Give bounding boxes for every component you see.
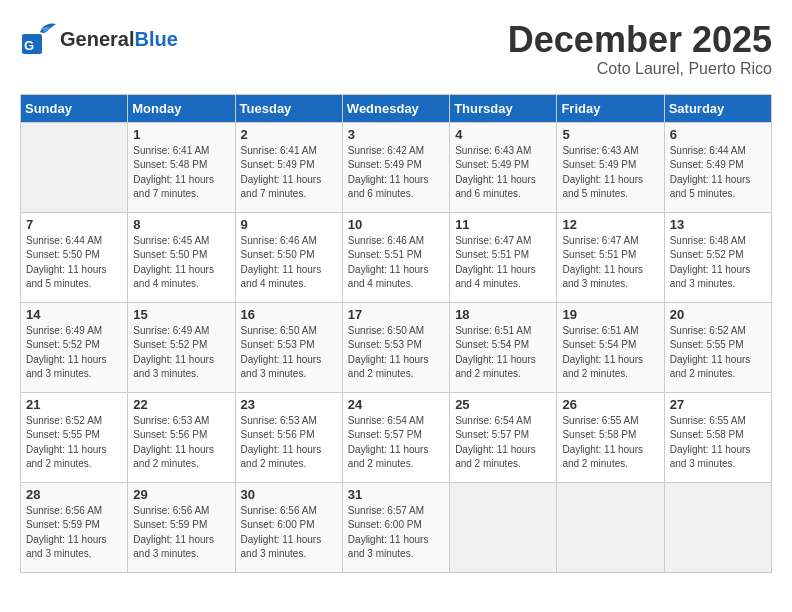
calendar-cell: 7Sunrise: 6:44 AM Sunset: 5:50 PM Daylig… — [21, 212, 128, 302]
calendar-cell: 11Sunrise: 6:47 AM Sunset: 5:51 PM Dayli… — [450, 212, 557, 302]
day-number: 9 — [241, 217, 337, 232]
calendar-week-1: 1Sunrise: 6:41 AM Sunset: 5:48 PM Daylig… — [21, 122, 772, 212]
day-header-sunday: Sunday — [21, 94, 128, 122]
calendar-cell: 8Sunrise: 6:45 AM Sunset: 5:50 PM Daylig… — [128, 212, 235, 302]
day-info: Sunrise: 6:54 AM Sunset: 5:57 PM Dayligh… — [455, 414, 551, 472]
day-number: 27 — [670, 397, 766, 412]
calendar-cell: 1Sunrise: 6:41 AM Sunset: 5:48 PM Daylig… — [128, 122, 235, 212]
day-info: Sunrise: 6:45 AM Sunset: 5:50 PM Dayligh… — [133, 234, 229, 292]
day-header-wednesday: Wednesday — [342, 94, 449, 122]
day-number: 17 — [348, 307, 444, 322]
day-number: 26 — [562, 397, 658, 412]
day-info: Sunrise: 6:47 AM Sunset: 5:51 PM Dayligh… — [455, 234, 551, 292]
day-number: 22 — [133, 397, 229, 412]
header: G GeneralBlue December 2025 Coto Laurel,… — [20, 20, 772, 78]
calendar-cell: 25Sunrise: 6:54 AM Sunset: 5:57 PM Dayli… — [450, 392, 557, 482]
day-number: 14 — [26, 307, 122, 322]
day-number: 12 — [562, 217, 658, 232]
day-number: 7 — [26, 217, 122, 232]
day-number: 20 — [670, 307, 766, 322]
day-info: Sunrise: 6:43 AM Sunset: 5:49 PM Dayligh… — [455, 144, 551, 202]
day-number: 29 — [133, 487, 229, 502]
day-number: 16 — [241, 307, 337, 322]
calendar-cell: 20Sunrise: 6:52 AM Sunset: 5:55 PM Dayli… — [664, 302, 771, 392]
day-info: Sunrise: 6:51 AM Sunset: 5:54 PM Dayligh… — [455, 324, 551, 382]
day-number: 28 — [26, 487, 122, 502]
day-header-saturday: Saturday — [664, 94, 771, 122]
day-number: 1 — [133, 127, 229, 142]
day-number: 21 — [26, 397, 122, 412]
calendar-cell: 24Sunrise: 6:54 AM Sunset: 5:57 PM Dayli… — [342, 392, 449, 482]
day-number: 19 — [562, 307, 658, 322]
day-number: 24 — [348, 397, 444, 412]
calendar-header-row: SundayMondayTuesdayWednesdayThursdayFrid… — [21, 94, 772, 122]
day-info: Sunrise: 6:56 AM Sunset: 5:59 PM Dayligh… — [133, 504, 229, 562]
calendar-cell: 15Sunrise: 6:49 AM Sunset: 5:52 PM Dayli… — [128, 302, 235, 392]
day-number: 13 — [670, 217, 766, 232]
logo-icon: G — [20, 20, 58, 58]
calendar-cell: 5Sunrise: 6:43 AM Sunset: 5:49 PM Daylig… — [557, 122, 664, 212]
day-info: Sunrise: 6:54 AM Sunset: 5:57 PM Dayligh… — [348, 414, 444, 472]
day-info: Sunrise: 6:56 AM Sunset: 6:00 PM Dayligh… — [241, 504, 337, 562]
day-header-tuesday: Tuesday — [235, 94, 342, 122]
day-number: 8 — [133, 217, 229, 232]
logo-blue: Blue — [134, 28, 177, 50]
calendar-table: SundayMondayTuesdayWednesdayThursdayFrid… — [20, 94, 772, 573]
day-number: 10 — [348, 217, 444, 232]
title-block: December 2025 Coto Laurel, Puerto Rico — [508, 20, 772, 78]
svg-text:G: G — [24, 38, 34, 53]
day-info: Sunrise: 6:57 AM Sunset: 6:00 PM Dayligh… — [348, 504, 444, 562]
day-number: 6 — [670, 127, 766, 142]
calendar-cell: 9Sunrise: 6:46 AM Sunset: 5:50 PM Daylig… — [235, 212, 342, 302]
calendar-cell: 14Sunrise: 6:49 AM Sunset: 5:52 PM Dayli… — [21, 302, 128, 392]
day-info: Sunrise: 6:52 AM Sunset: 5:55 PM Dayligh… — [26, 414, 122, 472]
calendar-cell: 26Sunrise: 6:55 AM Sunset: 5:58 PM Dayli… — [557, 392, 664, 482]
day-info: Sunrise: 6:55 AM Sunset: 5:58 PM Dayligh… — [562, 414, 658, 472]
day-number: 5 — [562, 127, 658, 142]
calendar-cell: 16Sunrise: 6:50 AM Sunset: 5:53 PM Dayli… — [235, 302, 342, 392]
day-info: Sunrise: 6:49 AM Sunset: 5:52 PM Dayligh… — [133, 324, 229, 382]
day-info: Sunrise: 6:43 AM Sunset: 5:49 PM Dayligh… — [562, 144, 658, 202]
day-number: 2 — [241, 127, 337, 142]
day-info: Sunrise: 6:46 AM Sunset: 5:50 PM Dayligh… — [241, 234, 337, 292]
day-number: 18 — [455, 307, 551, 322]
day-header-thursday: Thursday — [450, 94, 557, 122]
calendar-cell — [664, 482, 771, 572]
day-info: Sunrise: 6:50 AM Sunset: 5:53 PM Dayligh… — [348, 324, 444, 382]
calendar-cell: 12Sunrise: 6:47 AM Sunset: 5:51 PM Dayli… — [557, 212, 664, 302]
day-number: 4 — [455, 127, 551, 142]
calendar-cell: 28Sunrise: 6:56 AM Sunset: 5:59 PM Dayli… — [21, 482, 128, 572]
day-info: Sunrise: 6:47 AM Sunset: 5:51 PM Dayligh… — [562, 234, 658, 292]
day-info: Sunrise: 6:51 AM Sunset: 5:54 PM Dayligh… — [562, 324, 658, 382]
day-info: Sunrise: 6:53 AM Sunset: 5:56 PM Dayligh… — [241, 414, 337, 472]
calendar-cell: 27Sunrise: 6:55 AM Sunset: 5:58 PM Dayli… — [664, 392, 771, 482]
calendar-cell: 3Sunrise: 6:42 AM Sunset: 5:49 PM Daylig… — [342, 122, 449, 212]
calendar-week-2: 7Sunrise: 6:44 AM Sunset: 5:50 PM Daylig… — [21, 212, 772, 302]
calendar-cell: 30Sunrise: 6:56 AM Sunset: 6:00 PM Dayli… — [235, 482, 342, 572]
calendar-cell: 2Sunrise: 6:41 AM Sunset: 5:49 PM Daylig… — [235, 122, 342, 212]
day-number: 25 — [455, 397, 551, 412]
location: Coto Laurel, Puerto Rico — [508, 60, 772, 78]
calendar-cell — [21, 122, 128, 212]
day-number: 31 — [348, 487, 444, 502]
calendar-cell — [450, 482, 557, 572]
day-info: Sunrise: 6:41 AM Sunset: 5:49 PM Dayligh… — [241, 144, 337, 202]
day-info: Sunrise: 6:41 AM Sunset: 5:48 PM Dayligh… — [133, 144, 229, 202]
day-number: 30 — [241, 487, 337, 502]
calendar-cell: 21Sunrise: 6:52 AM Sunset: 5:55 PM Dayli… — [21, 392, 128, 482]
day-info: Sunrise: 6:49 AM Sunset: 5:52 PM Dayligh… — [26, 324, 122, 382]
calendar-cell: 6Sunrise: 6:44 AM Sunset: 5:49 PM Daylig… — [664, 122, 771, 212]
day-number: 11 — [455, 217, 551, 232]
month-title: December 2025 — [508, 20, 772, 60]
calendar-cell: 31Sunrise: 6:57 AM Sunset: 6:00 PM Dayli… — [342, 482, 449, 572]
day-info: Sunrise: 6:52 AM Sunset: 5:55 PM Dayligh… — [670, 324, 766, 382]
day-header-friday: Friday — [557, 94, 664, 122]
logo-general: General — [60, 28, 134, 50]
day-number: 23 — [241, 397, 337, 412]
calendar-cell: 4Sunrise: 6:43 AM Sunset: 5:49 PM Daylig… — [450, 122, 557, 212]
day-info: Sunrise: 6:50 AM Sunset: 5:53 PM Dayligh… — [241, 324, 337, 382]
day-info: Sunrise: 6:44 AM Sunset: 5:50 PM Dayligh… — [26, 234, 122, 292]
logo: G GeneralBlue — [20, 20, 178, 58]
day-header-monday: Monday — [128, 94, 235, 122]
day-info: Sunrise: 6:42 AM Sunset: 5:49 PM Dayligh… — [348, 144, 444, 202]
